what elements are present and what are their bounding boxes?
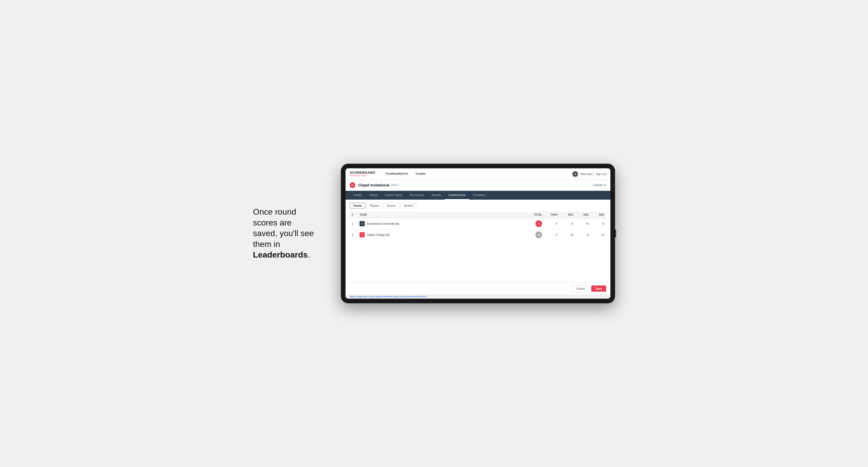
table-head: # TEAM TOTAL THRU RD1 RD2 RD3 xyxy=(350,212,606,218)
toggle-group: Teams Players Scores Strokes xyxy=(350,203,606,209)
logo-area: SCOREBOARD Powered by clippd xyxy=(350,171,375,177)
tab-leaderboards[interactable]: Leaderboards xyxy=(444,191,469,199)
logo-sub-prefix: Powered by xyxy=(350,174,361,177)
tournament-gender: (Men) xyxy=(391,183,399,187)
leaderboard-table: # TEAM TOTAL THRU RD1 RD2 RD3 1 xyxy=(350,212,606,241)
tablet-screen: SCOREBOARD Powered by clippd TOURNAMENTS… xyxy=(345,168,610,299)
rd2-1: +5 xyxy=(575,218,591,229)
thru-1: F xyxy=(544,218,560,229)
col-team: TEAM xyxy=(358,212,526,218)
toggle-teams[interactable]: Teams xyxy=(350,203,365,209)
user-name: Test User | xyxy=(580,173,594,176)
top-nav: SCOREBOARD Powered by clippd TOURNAMENTS… xyxy=(345,168,610,180)
col-rank: # xyxy=(350,212,358,218)
desc-line2: scores are xyxy=(253,218,291,227)
table-header-row: # TEAM TOTAL THRU RD1 RD2 RD3 xyxy=(350,212,606,218)
desc-line3: saved, you'll see xyxy=(253,228,314,238)
rank-2: 2 xyxy=(350,229,358,241)
cancel-top-label: Cancel xyxy=(593,183,602,187)
content-area: Teams Players Scores Strokes # TEAM TOTA… xyxy=(345,199,610,282)
user-avatar: S xyxy=(572,171,578,177)
tournament-icon: C xyxy=(350,182,355,188)
left-description: Once round scores are saved, you'll see … xyxy=(253,207,326,260)
status-url: https://stage-blue-coach.stagescoreboard… xyxy=(350,295,426,298)
tab-tee-groups[interactable]: Tee Groups xyxy=(406,191,428,199)
tab-printables[interactable]: Printables xyxy=(469,191,489,199)
team-name-1: Scoreboard University [A] xyxy=(367,222,399,225)
status-bar: https://stage-blue-coach.stagescoreboard… xyxy=(345,294,610,299)
rd2-2: -8 xyxy=(575,229,591,241)
team-logo-1: S xyxy=(360,221,365,226)
rd1-1: -4 xyxy=(560,218,575,229)
toggle-strokes[interactable]: Strokes xyxy=(400,203,416,209)
rd3-2: +3 xyxy=(591,229,606,241)
close-icon: ✕ xyxy=(604,183,606,187)
tablet-frame: SCOREBOARD Powered by clippd TOURNAMENTS… xyxy=(341,164,615,303)
team-cell-2: C Clippd College [A] xyxy=(358,229,526,241)
sign-out-link[interactable]: Sign out xyxy=(596,173,606,176)
nav-right: S Test User | Sign out xyxy=(572,171,606,177)
cancel-button[interactable]: Cancel xyxy=(571,285,589,292)
rd1-2: +8 xyxy=(560,229,575,241)
score-badge-1: -5 xyxy=(535,220,542,227)
thru-2: F xyxy=(544,229,560,241)
footer-bar: Cancel Save xyxy=(345,282,610,294)
save-button[interactable]: Save xyxy=(591,285,606,292)
rd3-1: -6 xyxy=(591,218,606,229)
team-logo-2: C xyxy=(360,232,365,238)
tab-course-setup[interactable]: Course Setup xyxy=(381,191,406,199)
toggle-players[interactable]: Players xyxy=(366,203,382,209)
table-row: 2 C Clippd College [A] +3 F xyxy=(350,229,606,241)
desc-period: . xyxy=(308,250,310,259)
toggle-scores[interactable]: Scores xyxy=(383,203,399,209)
sub-tabs: Details Teams Course Setup Tee Groups Re… xyxy=(345,191,610,199)
col-thru: THRU xyxy=(544,212,560,218)
team-cell-1: S Scoreboard University [A] xyxy=(358,218,526,229)
total-2: +3 xyxy=(526,229,544,241)
tab-details[interactable]: Details xyxy=(350,191,366,199)
tab-teams[interactable]: Teams xyxy=(366,191,381,199)
nav-tournaments[interactable]: TOURNAMENTS xyxy=(381,168,412,180)
table-row: 1 S Scoreboard University [A] -5 F xyxy=(350,218,606,229)
col-rd2: RD2 xyxy=(575,212,591,218)
desc-line4: them in xyxy=(253,240,280,249)
tournament-name: Clippd Invitational xyxy=(358,183,389,187)
nav-links: TOURNAMENTS TEAMS xyxy=(381,168,572,180)
cancel-top-button[interactable]: Cancel ✕ xyxy=(593,183,606,187)
desc-line1: Once round xyxy=(253,207,296,216)
desc-bold: Leaderboards xyxy=(253,250,308,259)
logo-sub: Powered by clippd xyxy=(350,174,375,177)
col-total: TOTAL xyxy=(526,212,544,218)
logo-brand: clippd xyxy=(361,174,367,177)
score-badge-2: +3 xyxy=(535,231,542,238)
nav-teams[interactable]: TEAMS xyxy=(412,168,429,180)
col-rd3: RD3 xyxy=(591,212,606,218)
tab-results[interactable]: Results xyxy=(428,191,444,199)
team-name-2: Clippd College [A] xyxy=(367,233,390,236)
total-1: -5 xyxy=(526,218,544,229)
table-body: 1 S Scoreboard University [A] -5 F xyxy=(350,218,606,241)
tournament-header: C Clippd Invitational (Men) Cancel ✕ xyxy=(345,180,610,191)
tablet-notch xyxy=(615,229,616,238)
rank-1: 1 xyxy=(350,218,358,229)
page-wrapper: Once round scores are saved, you'll see … xyxy=(253,164,615,303)
col-rd1: RD1 xyxy=(560,212,575,218)
logo-title: SCOREBOARD xyxy=(350,171,375,174)
